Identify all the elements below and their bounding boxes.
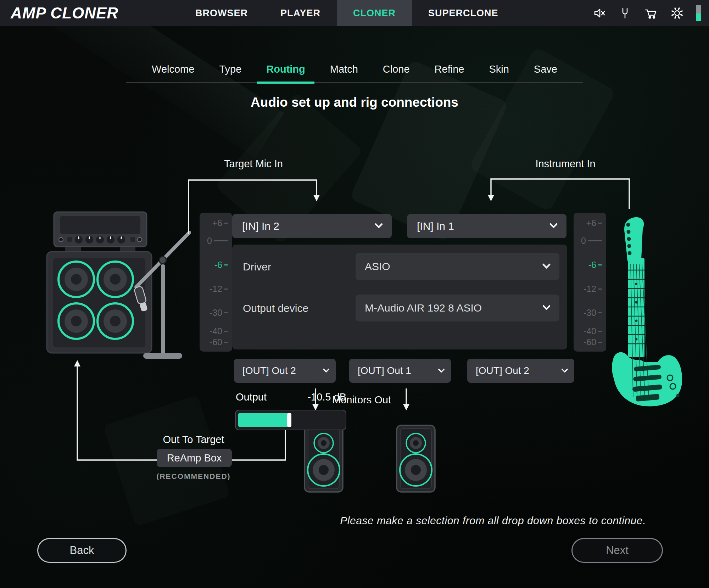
next-button[interactable]: Next: [571, 538, 663, 563]
instrument-input-dropdown[interactable]: [IN] In 1: [407, 214, 566, 238]
driver-label: Driver: [243, 261, 271, 273]
main-nav: BROWSER PLAYER CLONER SUPERCLONE: [179, 0, 515, 26]
tab-refine[interactable]: Refine: [425, 63, 474, 82]
tab-welcome[interactable]: Welcome: [143, 63, 203, 82]
nav-player[interactable]: PLAYER: [264, 0, 337, 26]
mic-input-dropdown[interactable]: [IN] In 2: [232, 214, 392, 238]
driver-settings-panel: Driver ASIO Output device M-Audio AIR 19…: [232, 245, 567, 349]
mute-icon[interactable]: [592, 6, 607, 20]
amp-cloner-window: AMP CLONER BROWSER PLAYER CLONER SUPERCL…: [0, 0, 709, 588]
reamp-output-value: [OUT] Out 2: [242, 365, 296, 376]
reamp-output-dropdown[interactable]: [OUT] Out 2: [234, 359, 336, 383]
chevron-down-icon: [549, 220, 558, 228]
slider-fill: [238, 413, 289, 427]
monitor-left-output-dropdown[interactable]: [OUT] Out 1: [349, 359, 451, 383]
target-mic-in-label: Target Mic In: [199, 158, 308, 170]
tuner-icon[interactable]: [618, 6, 632, 20]
tab-skin[interactable]: Skin: [480, 63, 518, 82]
chevron-down-icon: [323, 366, 330, 373]
top-bar-icons: [592, 0, 701, 26]
driver-value: ASIO: [365, 261, 390, 273]
nav-browser[interactable]: BROWSER: [179, 0, 264, 26]
amp-cab-mic-illustration: [33, 162, 192, 368]
tab-save[interactable]: Save: [525, 63, 566, 82]
settings-icon[interactable]: [670, 6, 685, 21]
input-level-meter: +6 0 -6 -12 -30 -40 -60: [200, 213, 232, 352]
output-label: Output: [236, 391, 267, 403]
monitors-out-label: Monitors Out: [328, 394, 395, 406]
nav-superclone[interactable]: SUPERCLONE: [412, 0, 515, 26]
level-indicator: [696, 5, 701, 21]
cart-icon[interactable]: [643, 6, 658, 20]
instrument-level-meter: +6 0 -6 -12 -30 -40 -60: [574, 213, 606, 352]
output-device-label: Output device: [243, 302, 308, 314]
monitor-speaker-right: [396, 425, 436, 493]
top-bar: AMP CLONER BROWSER PLAYER CLONER SUPERCL…: [0, 0, 709, 26]
tab-type[interactable]: Type: [210, 63, 251, 82]
app-logo: AMP CLONER: [11, 0, 118, 26]
back-button[interactable]: Back: [37, 538, 127, 563]
instrument-in-label: Instrument In: [510, 158, 620, 170]
mic-input-value: [IN] In 2: [242, 220, 279, 232]
monitor-left-output-value: [OUT] Out 1: [358, 365, 411, 376]
driver-dropdown[interactable]: ASIO: [356, 253, 559, 280]
output-device-value: M-Audio AIR 192 8 ASIO: [365, 302, 482, 314]
out-to-target-label: Out To Target: [156, 434, 231, 446]
guitar-illustration: [603, 213, 695, 411]
nav-cloner[interactable]: CLONER: [337, 0, 412, 26]
chevron-down-icon: [561, 366, 568, 373]
page-title: Audio set up and rig connections: [0, 95, 709, 110]
monitor-right-output-dropdown[interactable]: [OUT] Out 2: [467, 359, 574, 383]
back-button-label: Back: [38, 539, 125, 562]
slider-handle[interactable]: [287, 413, 291, 427]
tab-routing[interactable]: Routing: [257, 63, 314, 84]
tab-clone[interactable]: Clone: [374, 63, 419, 82]
monitor-speaker-left: [304, 425, 344, 493]
chevron-down-icon: [374, 220, 383, 228]
monitor-right-output-value: [OUT] Out 2: [476, 365, 529, 376]
recommended-label: (RECOMMENDED): [146, 472, 241, 481]
output-level-slider[interactable]: [235, 410, 346, 430]
reamp-box-badge: ReAmp Box: [157, 449, 232, 467]
chevron-down-icon: [542, 302, 551, 310]
wizard-tabs: Welcome Type Routing Match Clone Refine …: [126, 53, 583, 83]
instrument-input-value: [IN] In 1: [417, 220, 454, 232]
next-button-label: Next: [573, 539, 662, 562]
chevron-down-icon: [438, 366, 445, 373]
output-device-dropdown[interactable]: M-Audio AIR 192 8 ASIO: [356, 295, 559, 321]
chevron-down-icon: [542, 260, 551, 269]
continue-hint-text: Please make a selection from all drop do…: [340, 515, 646, 527]
tab-match[interactable]: Match: [321, 63, 367, 82]
